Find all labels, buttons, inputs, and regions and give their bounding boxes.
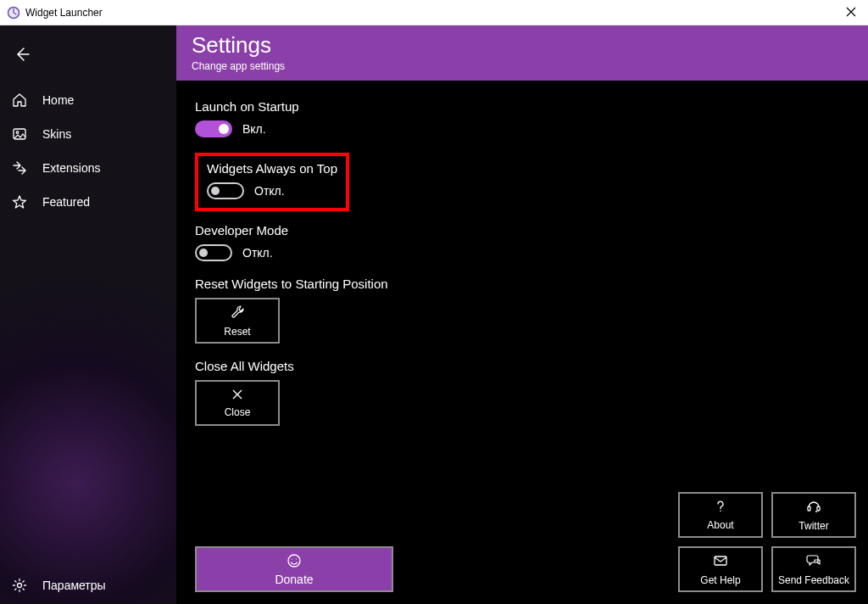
sidebar: Home Skins Extensions Featured [0,25,176,604]
reset-button[interactable]: Reset [195,298,280,344]
get-help-button[interactable]: Get Help [678,546,763,592]
svg-point-3 [18,584,22,588]
footer-actions: Donate About Twitter [195,492,856,592]
twitter-button[interactable]: Twitter [771,492,856,538]
sidebar-item-label: Параметры [42,579,106,592]
app-title: Widget Launcher [25,7,103,19]
page-header: Settings Change app settings [176,25,868,81]
feedback-icon [806,553,821,571]
close-icon[interactable] [841,6,861,20]
gear-icon [12,578,27,593]
setting-reset: Reset Widgets to Starting Position Reset [195,277,849,344]
x-icon [231,389,243,403]
toggle-dev-mode[interactable] [195,244,232,261]
button-label: Twitter [798,520,828,532]
setting-label: Close All Widgets [195,359,849,373]
app-icon [7,6,20,20]
button-label: Donate [275,573,313,586]
sidebar-item-extensions[interactable]: Extensions [0,151,176,185]
svg-point-6 [296,558,297,559]
image-icon [12,126,27,142]
sidebar-item-home[interactable]: Home [0,83,176,117]
smile-icon [287,553,302,571]
svg-point-10 [815,511,817,512]
button-label: Reset [224,326,250,338]
content: Settings Change app settings Launch on S… [176,25,868,604]
page-subtitle: Change app settings [192,60,853,72]
about-button[interactable]: About [678,492,763,538]
setting-launch-startup: Launch on Startup Вкл. [195,99,849,137]
donate-button[interactable]: Donate [195,546,393,592]
close-all-button[interactable]: Close [195,380,280,426]
sidebar-item-label: Home [42,93,74,107]
extensions-icon [12,160,27,176]
mail-icon [713,553,728,571]
setting-label: Developer Mode [195,223,849,238]
svg-point-7 [720,510,721,512]
sidebar-item-label: Featured [42,195,90,209]
sidebar-item-label: Skins [42,127,71,141]
question-icon [714,500,727,516]
back-button[interactable] [5,37,39,71]
svg-rect-11 [715,556,726,565]
sidebar-item-skins[interactable]: Skins [0,117,176,151]
toggle-state: Вкл. [242,122,266,136]
headset-icon [806,499,821,517]
page-title: Settings [192,32,853,59]
wrench-icon [230,305,245,322]
highlight-box: Widgets Always on Top Откл. [195,153,349,211]
toggle-state: Откл. [242,246,273,260]
setting-close-all: Close All Widgets Close [195,359,849,426]
svg-point-4 [288,555,300,567]
toggle-always-on-top[interactable] [207,182,244,199]
button-label: Send Feedback [778,574,849,586]
send-feedback-button[interactable]: Send Feedback [771,546,856,592]
button-label: Close [225,406,251,418]
toggle-launch-startup[interactable] [195,120,232,137]
toggle-state: Откл. [254,184,285,198]
setting-label: Widgets Always on Top [207,161,337,176]
setting-dev-mode: Developer Mode Откл. [195,223,849,261]
star-icon [12,194,27,210]
svg-point-2 [16,131,19,134]
setting-label: Launch on Startup [195,99,849,114]
titlebar: Widget Launcher [0,0,868,25]
button-label: About [707,519,733,531]
sidebar-item-featured[interactable]: Featured [0,185,176,219]
button-label: Get Help [700,574,740,586]
sidebar-item-label: Extensions [42,161,100,175]
sidebar-item-settings[interactable]: Параметры [0,567,176,604]
home-icon [12,92,27,108]
svg-point-5 [292,558,292,559]
setting-label: Reset Widgets to Starting Position [195,277,849,291]
